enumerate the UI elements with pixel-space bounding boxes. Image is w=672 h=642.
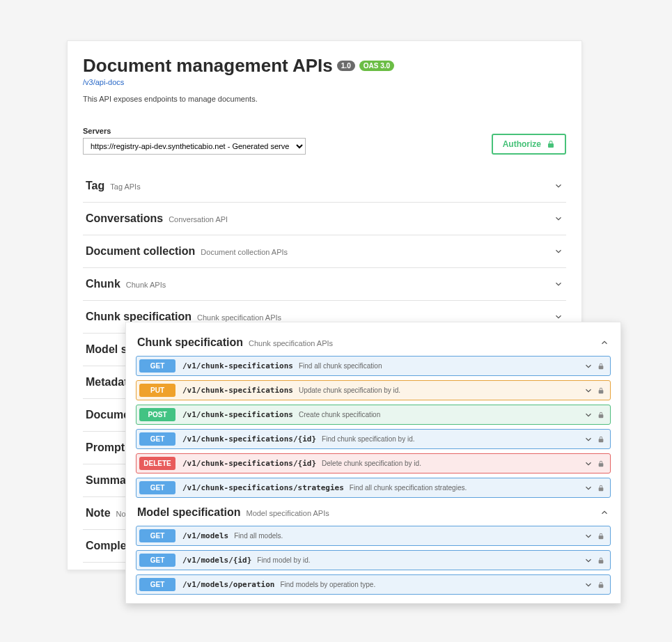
operation-right — [584, 531, 604, 541]
http-method-badge: GET — [139, 529, 175, 542]
tag-section[interactable]: TagTag APIs — [83, 170, 566, 203]
tag-left: Document collectionDocument collection A… — [86, 245, 288, 258]
chevron-down-icon — [584, 361, 593, 371]
authorize-button[interactable]: Authorize — [492, 134, 566, 155]
tag-name: Model specification — [137, 506, 240, 519]
chevron-down-icon — [584, 386, 593, 396]
api-description: This API exposes endpoints to manage doc… — [83, 95, 566, 103]
lock-icon — [597, 557, 604, 564]
http-method-badge: PUT — [139, 384, 175, 397]
http-method-badge: GET — [139, 578, 175, 591]
chevron-up-icon — [600, 338, 609, 347]
lock-icon — [597, 533, 604, 540]
operation-path: /v1/chunk-specifications — [182, 410, 293, 419]
tag-name: Tag — [86, 180, 104, 192]
operation-right — [584, 434, 604, 444]
operation-right — [584, 459, 604, 469]
operation-summary: Find all chunk specification — [299, 362, 382, 370]
operation-row[interactable]: DELETE/v1/chunk-specifications/{id}Delet… — [136, 453, 611, 473]
operation-path: /v1/chunk-specifications — [182, 361, 293, 370]
http-method-badge: POST — [139, 408, 175, 421]
lock-icon — [597, 436, 604, 443]
operation-row[interactable]: GET/v1/modelsFind all models. — [136, 526, 611, 546]
chevron-down-icon — [584, 531, 593, 541]
chevron-down-icon — [584, 459, 593, 469]
api-docs-link[interactable]: /v3/api-docs — [83, 78, 566, 86]
tag-section[interactable]: ConversationsConversation API — [83, 203, 566, 235]
chevron-down-icon — [584, 556, 593, 565]
tag-left: ConversationsConversation API — [86, 212, 228, 225]
operation-row[interactable]: GET/v1/models/operationFind models by op… — [136, 574, 611, 595]
tag-section[interactable]: ChunkChunk APIs — [83, 268, 566, 301]
http-method-badge: GET — [139, 554, 175, 567]
authorize-label: Authorize — [503, 139, 541, 149]
tag-left: TagTag APIs — [86, 180, 141, 192]
tag-desc: Chunk specification APIs — [197, 313, 281, 322]
servers-label: Servers — [83, 127, 306, 135]
page-title: Document management APIs — [83, 55, 333, 77]
operation-path: /v1/models — [182, 531, 228, 540]
chevron-down-icon — [554, 246, 563, 256]
operation-summary: Find model by id. — [257, 556, 310, 564]
lock-icon — [597, 412, 604, 418]
operation-right — [584, 556, 604, 565]
operation-right — [584, 386, 604, 396]
http-method-badge: GET — [139, 432, 175, 446]
tag-section[interactable]: Document collectionDocument collection A… — [83, 235, 566, 268]
http-method-badge: GET — [139, 481, 175, 494]
chevron-down-icon — [584, 483, 593, 493]
operation-summary: Delete chunk specification by id. — [322, 460, 421, 467]
tag-desc: Tag APIs — [110, 182, 140, 191]
chevron-down-icon — [554, 279, 563, 289]
operation-summary: Create chunk specification — [299, 411, 380, 418]
operation-row[interactable]: GET/v1/chunk-specifications/{id}Find chu… — [136, 429, 611, 449]
tag-name: Chunk — [86, 278, 120, 290]
operation-right — [584, 410, 604, 420]
lock-icon — [597, 387, 604, 394]
operation-summary: Find all models. — [234, 532, 283, 540]
lock-icon — [597, 485, 604, 492]
tag-desc: Chunk APIs — [126, 281, 166, 289]
operation-summary: Find models by operation type. — [280, 581, 375, 588]
operation-right — [584, 580, 604, 590]
operation-path: /v1/chunk-specifications/{id} — [182, 459, 316, 468]
lock-icon — [547, 140, 555, 148]
server-select[interactable]: https://registry-api-dev.syntheticabio.n… — [83, 138, 306, 155]
tag-desc: Conversation API — [169, 215, 228, 224]
operation-right — [584, 483, 604, 493]
operation-summary: Find chunk specification by id. — [322, 435, 414, 443]
tag-section-expanded[interactable]: Model specificationModel specification A… — [136, 502, 611, 526]
swagger-overlay-panel: Chunk specificationChunk specification A… — [125, 322, 621, 604]
oas-badge: OAS 3.0 — [359, 61, 394, 71]
operation-row[interactable]: GET/v1/chunk-specificationsFind all chun… — [136, 356, 611, 376]
lock-icon — [597, 460, 604, 467]
servers-block: Servers https://registry-api-dev.synthet… — [83, 127, 306, 155]
operation-path: /v1/chunk-specifications — [182, 386, 293, 395]
chevron-down-icon — [584, 410, 593, 420]
operation-path: /v1/chunk-specifications/{id} — [182, 434, 316, 444]
operation-path: /v1/models/operation — [182, 580, 274, 589]
lock-icon — [597, 363, 604, 370]
operation-right — [584, 361, 604, 371]
chevron-down-icon — [584, 580, 593, 590]
tag-name: Document collection — [86, 245, 195, 258]
operation-row[interactable]: PUT/v1/chunk-specificationsUpdate chunk … — [136, 380, 611, 400]
tag-desc: Model specification APIs — [246, 509, 329, 517]
chevron-down-icon — [584, 434, 593, 444]
http-method-badge: DELETE — [139, 457, 175, 470]
tag-desc: Document collection APIs — [201, 248, 288, 256]
operation-summary: Find all chunk specification strategies. — [350, 484, 467, 492]
chevron-up-icon — [600, 508, 609, 517]
operation-path: /v1/models/{id} — [182, 556, 251, 565]
operation-summary: Update chunk specification by id. — [299, 386, 400, 394]
operation-row[interactable]: POST/v1/chunk-specificationsCreate chunk… — [136, 405, 611, 425]
tag-name: Note — [86, 507, 111, 519]
chevron-down-icon — [554, 214, 563, 224]
tag-name: Chunk specification — [137, 336, 243, 349]
chevron-down-icon — [554, 181, 563, 191]
operation-row[interactable]: GET/v1/chunk-specifications/strategiesFi… — [136, 478, 611, 498]
tag-left: Chunk specificationChunk specification A… — [137, 336, 333, 349]
tag-section-expanded[interactable]: Chunk specificationChunk specification A… — [136, 332, 611, 356]
operation-row[interactable]: GET/v1/models/{id}Find model by id. — [136, 550, 611, 570]
title-row: Document management APIs 1.0 OAS 3.0 — [83, 55, 566, 77]
